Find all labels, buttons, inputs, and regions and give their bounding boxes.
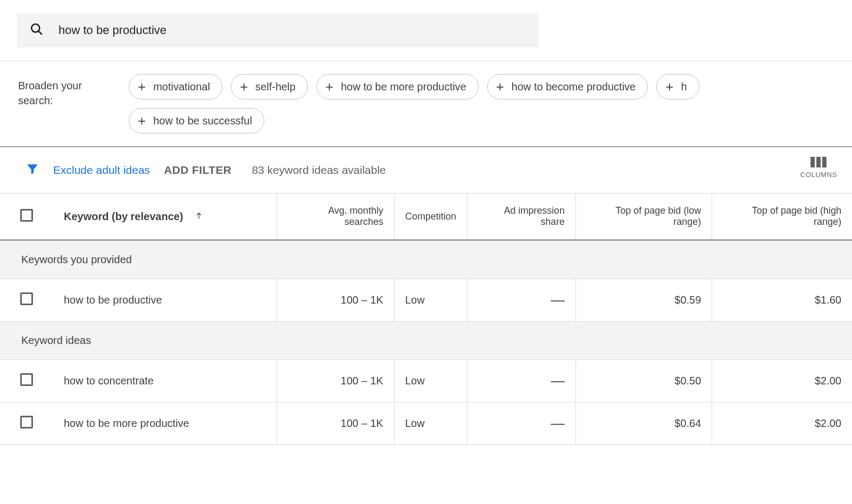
exclude-adult-ideas-link[interactable]: Exclude adult ideas bbox=[53, 164, 150, 177]
plus-icon: + bbox=[665, 80, 673, 94]
filter-icon[interactable] bbox=[26, 162, 39, 178]
share-cell: — bbox=[467, 279, 575, 322]
keyword-cell: how to be productive bbox=[53, 279, 277, 322]
broaden-chip-truncated[interactable]: +h bbox=[656, 74, 699, 99]
row-checkbox[interactable] bbox=[20, 373, 33, 386]
chip-label: how to be successful bbox=[153, 115, 252, 127]
table-row: how to be more productive 100 – 1K Low —… bbox=[0, 402, 852, 445]
search-icon bbox=[30, 22, 44, 38]
chip-label: how to become productive bbox=[512, 81, 636, 93]
broaden-chip-motivational[interactable]: +motivational bbox=[129, 74, 222, 99]
bid-low-cell: $0.50 bbox=[575, 360, 712, 402]
svg-point-0 bbox=[31, 24, 39, 32]
share-cell: — bbox=[467, 360, 575, 402]
header-keyword-label: Keyword (by relevance) bbox=[64, 211, 183, 222]
header-bid-high[interactable]: Top of page bid (high range) bbox=[712, 194, 852, 240]
header-keyword[interactable]: Keyword (by relevance) bbox=[53, 194, 277, 240]
chip-label: self-help bbox=[255, 81, 296, 93]
search-input[interactable] bbox=[59, 23, 525, 37]
section-provided-label: Keywords you provided bbox=[0, 240, 852, 279]
competition-cell: Low bbox=[394, 279, 467, 322]
keyword-table: Keyword (by relevance) Avg. monthly sear… bbox=[0, 194, 852, 445]
keyword-cell: how to concentrate bbox=[53, 360, 277, 402]
header-ad-share[interactable]: Ad impression share bbox=[467, 194, 575, 240]
plus-icon: + bbox=[138, 80, 146, 94]
sort-ascending-icon bbox=[195, 211, 203, 223]
header-bid-low[interactable]: Top of page bid (low range) bbox=[575, 194, 712, 240]
broaden-search-section: Broaden your search: +motivational +self… bbox=[0, 61, 852, 146]
section-provided: Keywords you provided bbox=[0, 240, 852, 279]
row-checkbox[interactable] bbox=[20, 292, 33, 305]
add-filter-button[interactable]: ADD FILTER bbox=[164, 164, 231, 177]
svg-line-1 bbox=[39, 31, 42, 35]
bid-low-cell: $0.59 bbox=[575, 279, 712, 322]
chip-label: motivational bbox=[153, 81, 210, 93]
row-checkbox[interactable] bbox=[20, 416, 33, 429]
header-avg-searches[interactable]: Avg. monthly searches bbox=[277, 194, 394, 240]
bid-low-cell: $0.64 bbox=[575, 402, 712, 445]
share-cell: — bbox=[467, 402, 575, 445]
columns-label: COLUMNS bbox=[800, 171, 837, 179]
table-row: how to concentrate 100 – 1K Low — $0.50 … bbox=[0, 360, 852, 402]
table-row: how to be productive 100 – 1K Low — $0.5… bbox=[0, 279, 852, 322]
broaden-label: Broaden your search: bbox=[18, 74, 114, 108]
section-ideas-label: Keyword ideas bbox=[0, 322, 852, 360]
plus-icon: + bbox=[240, 80, 248, 94]
plus-icon: + bbox=[325, 80, 333, 94]
bid-high-cell: $2.00 bbox=[712, 360, 852, 402]
columns-icon bbox=[800, 157, 837, 167]
keyword-cell: how to be more productive bbox=[53, 402, 277, 445]
section-ideas: Keyword ideas bbox=[0, 322, 852, 360]
header-checkbox-cell bbox=[0, 194, 53, 240]
avg-cell: 100 – 1K bbox=[277, 279, 394, 322]
header-competition[interactable]: Competition bbox=[394, 194, 467, 240]
filter-row: Exclude adult ideas ADD FILTER 83 keywor… bbox=[0, 146, 852, 194]
broaden-chip-self-help[interactable]: +self-help bbox=[231, 74, 308, 99]
chip-label: how to be more productive bbox=[341, 81, 466, 93]
competition-cell: Low bbox=[394, 360, 467, 402]
plus-icon: + bbox=[138, 114, 146, 128]
ideas-available-text: 83 keyword ideas available bbox=[252, 164, 386, 177]
broaden-chip-successful[interactable]: +how to be successful bbox=[129, 108, 264, 133]
chip-label: h bbox=[681, 81, 687, 93]
broaden-chip-more-productive[interactable]: +how to be more productive bbox=[316, 74, 479, 99]
bid-high-cell: $2.00 bbox=[712, 402, 852, 445]
avg-cell: 100 – 1K bbox=[277, 360, 394, 402]
plus-icon: + bbox=[496, 80, 504, 94]
avg-cell: 100 – 1K bbox=[277, 402, 394, 445]
search-bar bbox=[17, 13, 538, 47]
columns-button[interactable]: COLUMNS bbox=[800, 157, 837, 179]
bid-high-cell: $1.60 bbox=[712, 279, 852, 322]
select-all-checkbox[interactable] bbox=[20, 209, 33, 222]
broaden-chip-row: +motivational +self-help +how to be more… bbox=[129, 74, 835, 133]
broaden-chip-become-productive[interactable]: +how to become productive bbox=[487, 74, 648, 99]
competition-cell: Low bbox=[394, 402, 467, 445]
